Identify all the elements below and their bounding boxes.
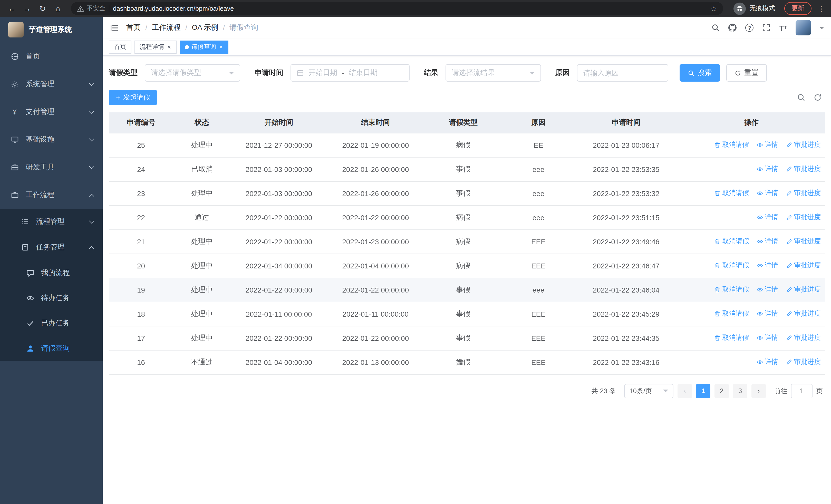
table-refresh-icon[interactable] <box>813 93 822 101</box>
cancel-leave-link[interactable]: 取消请假 <box>714 285 749 294</box>
close-icon[interactable]: × <box>219 43 223 51</box>
detail-link[interactable]: 详情 <box>756 333 778 343</box>
tab-home[interactable]: 首页 <box>109 40 132 54</box>
sidebar-item-my-process[interactable]: 我的流程 <box>0 260 103 285</box>
detail-link[interactable]: 详情 <box>756 261 778 270</box>
detail-link[interactable]: 详情 <box>756 285 778 294</box>
sidebar-item-system[interactable]: 系统管理 <box>0 70 103 98</box>
security-warning[interactable]: 不安全 <box>77 4 105 13</box>
browser-forward-button[interactable]: → <box>21 2 34 15</box>
browser-reload-button[interactable]: ↻ <box>36 2 49 15</box>
cell-id: 24 <box>109 157 173 181</box>
start-date-placeholder: 开始日期 <box>309 68 337 78</box>
toggle-search-icon[interactable] <box>797 93 805 101</box>
sidebar-item-home[interactable]: 首页 <box>0 42 103 70</box>
cancel-leave-link[interactable]: 取消请假 <box>714 333 749 343</box>
cancel-leave-link[interactable]: 取消请假 <box>714 309 749 319</box>
chevron-down-icon <box>89 136 94 141</box>
bookmark-star-icon[interactable]: ☆ <box>711 4 717 12</box>
cell-reason: eee <box>503 181 574 205</box>
goto-page-input[interactable] <box>791 384 812 398</box>
sidebar-item-todo-tasks[interactable]: 待办任务 <box>0 285 103 310</box>
approval-progress-link[interactable]: 审批进度 <box>786 357 821 367</box>
table-row: 19 处理中 2022-01-22 00:00:00 2022-01-22 00… <box>109 278 825 302</box>
detail-link[interactable]: 详情 <box>756 213 778 222</box>
cell-end-time: 2022-01-23 00:00:00 <box>327 230 424 254</box>
detail-link[interactable]: 详情 <box>756 165 778 174</box>
breadcrumb-item[interactable]: 工作流程 <box>152 23 181 32</box>
page-button-1[interactable]: 1 <box>696 384 710 398</box>
cell-status: 处理中 <box>173 278 230 302</box>
trash-icon <box>714 262 721 269</box>
tab-leave-query[interactable]: 请假查询 × <box>180 40 228 54</box>
date-range-input[interactable]: 开始日期 - 结束日期 <box>290 64 409 82</box>
page-button-2[interactable]: 2 <box>715 384 729 398</box>
url-text[interactable]: dashboard.yudao.iocoder.cn/bpm/oa/leave <box>113 5 707 12</box>
sidebar-item-infrastructure[interactable]: 基础设施 <box>0 126 103 153</box>
fullscreen-icon[interactable] <box>763 24 771 32</box>
page-button-3[interactable]: 3 <box>733 384 747 398</box>
prev-page-button[interactable]: ‹ <box>678 384 692 398</box>
next-page-button[interactable]: › <box>751 384 766 398</box>
approval-progress-link[interactable]: 审批进度 <box>786 261 821 270</box>
cancel-leave-link[interactable]: 取消请假 <box>714 140 749 150</box>
create-leave-button[interactable]: + 发起请假 <box>109 90 157 105</box>
browser-back-button[interactable]: ← <box>5 2 19 15</box>
header-search-icon[interactable] <box>712 24 720 32</box>
approval-progress-link[interactable]: 审批进度 <box>786 140 821 150</box>
sidebar-item-payment[interactable]: ¥ 支付管理 <box>0 98 103 126</box>
avatar[interactable] <box>796 20 811 35</box>
reset-button[interactable]: 重置 <box>726 64 767 82</box>
sidebar-item-workflow[interactable]: 工作流程 <box>0 181 103 209</box>
breadcrumb-item[interactable]: OA 示例 <box>192 23 219 32</box>
monitor-icon <box>10 136 19 144</box>
avatar-caret-down-icon[interactable] <box>820 27 824 31</box>
sidebar-item-label: 待办任务 <box>41 293 70 302</box>
update-label: 更新 <box>792 4 804 13</box>
detail-link[interactable]: 详情 <box>756 357 778 367</box>
sidebar-collapse-icon[interactable] <box>110 23 119 32</box>
result-select[interactable]: 请选择流结果 <box>446 64 541 82</box>
detail-link[interactable]: 详情 <box>756 237 778 246</box>
browser-home-button[interactable]: ⌂ <box>51 2 65 15</box>
leave-type-select[interactable]: 请选择请假类型 <box>145 64 240 82</box>
cell-operations: 取消请假 详情 审批进度 <box>678 302 825 326</box>
address-bar[interactable]: 不安全 dashboard.yudao.iocoder.cn/bpm/oa/le… <box>71 2 723 15</box>
tab-process-detail[interactable]: 流程详情 × <box>135 40 177 54</box>
page-size-select[interactable]: 10条/页 <box>624 384 674 398</box>
sidebar-item-task-management[interactable]: 任务管理 <box>0 235 103 260</box>
detail-link[interactable]: 详情 <box>756 309 778 319</box>
browser-update-button[interactable]: 更新 <box>784 2 811 15</box>
close-icon[interactable]: × <box>167 43 171 51</box>
sidebar-item-done-tasks[interactable]: 已办任务 <box>0 310 103 336</box>
font-size-icon[interactable]: TT <box>779 23 787 32</box>
browser-menu-kebab-icon[interactable]: ⋮ <box>816 4 826 12</box>
approval-progress-link[interactable]: 审批进度 <box>786 165 821 174</box>
detail-link[interactable]: 详情 <box>756 140 778 150</box>
reason-input[interactable] <box>583 69 662 77</box>
app-logo[interactable]: 芋道管理系统 <box>0 17 103 42</box>
edit-icon <box>786 287 793 293</box>
breadcrumb-item[interactable]: 首页 <box>126 23 141 32</box>
cancel-leave-link[interactable]: 取消请假 <box>714 261 749 270</box>
edit-icon <box>786 238 793 245</box>
sidebar-item-devtools[interactable]: 研发工具 <box>0 153 103 181</box>
sidebar-item-leave-query[interactable]: 请假查询 <box>0 336 103 361</box>
sidebar-item-label: 请假查询 <box>41 344 70 353</box>
help-icon[interactable]: ? <box>746 24 754 32</box>
approval-progress-link[interactable]: 审批进度 <box>786 213 821 222</box>
breadcrumb-separator: / <box>145 24 147 32</box>
sidebar-item-process-management[interactable]: 流程管理 <box>0 209 103 235</box>
approval-progress-link[interactable]: 审批进度 <box>786 285 821 294</box>
approval-progress-link[interactable]: 审批进度 <box>786 333 821 343</box>
cell-end-time: 2022-01-13 00:00:00 <box>327 350 424 374</box>
cancel-leave-link[interactable]: 取消请假 <box>714 188 749 198</box>
cell-leave-type: 病假 <box>424 230 503 254</box>
search-button[interactable]: 搜索 <box>680 64 720 82</box>
approval-progress-link[interactable]: 审批进度 <box>786 188 821 198</box>
approval-progress-link[interactable]: 审批进度 <box>786 309 821 319</box>
cancel-leave-link[interactable]: 取消请假 <box>714 237 749 246</box>
detail-link[interactable]: 详情 <box>756 188 778 198</box>
github-icon[interactable] <box>728 24 737 32</box>
approval-progress-link[interactable]: 审批进度 <box>786 237 821 246</box>
